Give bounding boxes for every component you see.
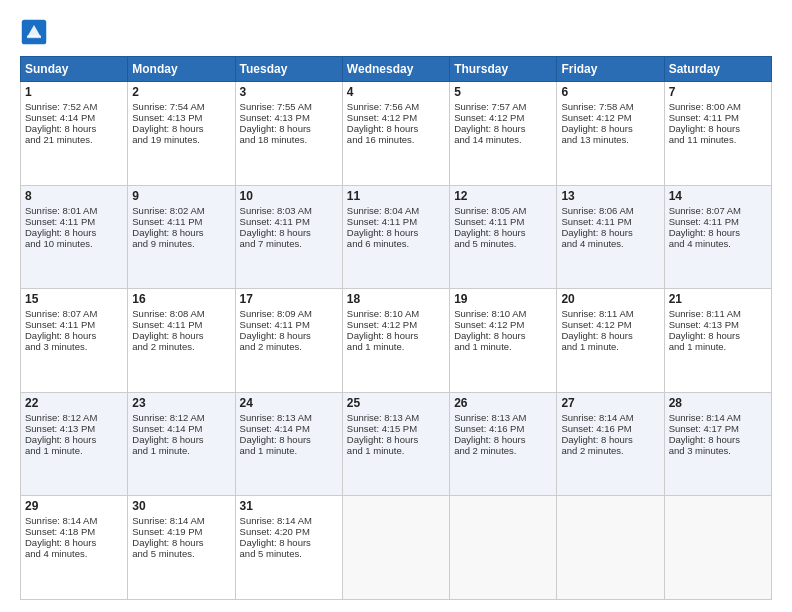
cell-line: Daylight: 8 hours [132,537,230,548]
cell-line: Sunrise: 8:06 AM [561,205,659,216]
calendar-cell: 24Sunrise: 8:13 AMSunset: 4:14 PMDayligh… [235,392,342,496]
calendar-cell: 13Sunrise: 8:06 AMSunset: 4:11 PMDayligh… [557,185,664,289]
svg-rect-2 [27,36,41,39]
cell-line: Sunset: 4:13 PM [669,319,767,330]
cell-line: Daylight: 8 hours [240,434,338,445]
day-header-saturday: Saturday [664,57,771,82]
cell-line: Daylight: 8 hours [561,227,659,238]
cell-line: Sunset: 4:11 PM [25,319,123,330]
calendar-week-5: 29Sunrise: 8:14 AMSunset: 4:18 PMDayligh… [21,496,772,600]
calendar-cell: 8Sunrise: 8:01 AMSunset: 4:11 PMDaylight… [21,185,128,289]
cell-line: Sunrise: 8:13 AM [347,412,445,423]
cell-line: and 7 minutes. [240,238,338,249]
day-number: 11 [347,189,445,203]
day-number: 15 [25,292,123,306]
cell-line: and 5 minutes. [132,548,230,559]
cell-line: and 1 minute. [347,341,445,352]
cell-line: Daylight: 8 hours [132,330,230,341]
cell-line: and 2 minutes. [240,341,338,352]
calendar-cell: 22Sunrise: 8:12 AMSunset: 4:13 PMDayligh… [21,392,128,496]
day-number: 29 [25,499,123,513]
cell-line: Sunset: 4:13 PM [25,423,123,434]
cell-line: Sunrise: 8:13 AM [240,412,338,423]
cell-line: Daylight: 8 hours [132,123,230,134]
cell-line: Sunset: 4:11 PM [240,319,338,330]
cell-line: Daylight: 8 hours [25,330,123,341]
cell-line: Daylight: 8 hours [454,123,552,134]
cell-line: Daylight: 8 hours [561,123,659,134]
calendar-cell: 7Sunrise: 8:00 AMSunset: 4:11 PMDaylight… [664,82,771,186]
day-header-thursday: Thursday [450,57,557,82]
cell-line: and 2 minutes. [454,445,552,456]
cell-line: Sunrise: 8:10 AM [454,308,552,319]
cell-line: Sunrise: 8:07 AM [669,205,767,216]
cell-line: and 10 minutes. [25,238,123,249]
day-number: 31 [240,499,338,513]
cell-line: Sunset: 4:11 PM [347,216,445,227]
day-number: 1 [25,85,123,99]
cell-line: and 13 minutes. [561,134,659,145]
cell-line: Daylight: 8 hours [347,227,445,238]
day-number: 20 [561,292,659,306]
calendar-cell: 11Sunrise: 8:04 AMSunset: 4:11 PMDayligh… [342,185,449,289]
cell-line: Sunrise: 7:54 AM [132,101,230,112]
calendar-cell: 9Sunrise: 8:02 AMSunset: 4:11 PMDaylight… [128,185,235,289]
cell-line: Sunset: 4:11 PM [561,216,659,227]
cell-line: Sunset: 4:13 PM [132,112,230,123]
cell-line: and 5 minutes. [454,238,552,249]
cell-line: Sunrise: 8:01 AM [25,205,123,216]
cell-line: and 1 minute. [561,341,659,352]
cell-line: Daylight: 8 hours [669,330,767,341]
cell-line: and 2 minutes. [561,445,659,456]
cell-line: Sunset: 4:12 PM [454,112,552,123]
calendar-week-2: 8Sunrise: 8:01 AMSunset: 4:11 PMDaylight… [21,185,772,289]
calendar-cell: 16Sunrise: 8:08 AMSunset: 4:11 PMDayligh… [128,289,235,393]
calendar-cell: 21Sunrise: 8:11 AMSunset: 4:13 PMDayligh… [664,289,771,393]
calendar-cell: 12Sunrise: 8:05 AMSunset: 4:11 PMDayligh… [450,185,557,289]
cell-line: Sunrise: 8:11 AM [669,308,767,319]
cell-line: and 4 minutes. [561,238,659,249]
day-number: 26 [454,396,552,410]
cell-line: Sunset: 4:15 PM [347,423,445,434]
day-number: 23 [132,396,230,410]
cell-line: Sunset: 4:17 PM [669,423,767,434]
cell-line: Sunset: 4:12 PM [561,112,659,123]
cell-line: Sunset: 4:12 PM [347,319,445,330]
cell-line: Sunrise: 8:02 AM [132,205,230,216]
cell-line: Sunset: 4:11 PM [25,216,123,227]
cell-line: and 4 minutes. [669,238,767,249]
cell-line: Daylight: 8 hours [561,434,659,445]
cell-line: and 6 minutes. [347,238,445,249]
day-number: 19 [454,292,552,306]
day-number: 4 [347,85,445,99]
cell-line: Sunset: 4:16 PM [561,423,659,434]
cell-line: and 19 minutes. [132,134,230,145]
cell-line: Daylight: 8 hours [25,434,123,445]
cell-line: Sunset: 4:11 PM [132,319,230,330]
cell-line: Sunset: 4:19 PM [132,526,230,537]
cell-line: Daylight: 8 hours [132,227,230,238]
cell-line: Sunrise: 8:14 AM [25,515,123,526]
day-number: 5 [454,85,552,99]
day-number: 10 [240,189,338,203]
cell-line: Daylight: 8 hours [347,123,445,134]
calendar-cell: 1Sunrise: 7:52 AMSunset: 4:14 PMDaylight… [21,82,128,186]
cell-line: and 11 minutes. [669,134,767,145]
cell-line: Sunrise: 8:09 AM [240,308,338,319]
calendar-header-row: SundayMondayTuesdayWednesdayThursdayFrid… [21,57,772,82]
calendar-cell: 30Sunrise: 8:14 AMSunset: 4:19 PMDayligh… [128,496,235,600]
day-number: 14 [669,189,767,203]
day-header-sunday: Sunday [21,57,128,82]
cell-line: Sunset: 4:12 PM [347,112,445,123]
cell-line: Daylight: 8 hours [669,434,767,445]
calendar-cell [342,496,449,600]
cell-line: Sunrise: 7:52 AM [25,101,123,112]
cell-line: Sunrise: 7:58 AM [561,101,659,112]
calendar-cell: 10Sunrise: 8:03 AMSunset: 4:11 PMDayligh… [235,185,342,289]
calendar-cell: 26Sunrise: 8:13 AMSunset: 4:16 PMDayligh… [450,392,557,496]
day-header-tuesday: Tuesday [235,57,342,82]
logo [20,18,52,46]
cell-line: and 1 minute. [669,341,767,352]
logo-icon [20,18,48,46]
header [20,18,772,46]
